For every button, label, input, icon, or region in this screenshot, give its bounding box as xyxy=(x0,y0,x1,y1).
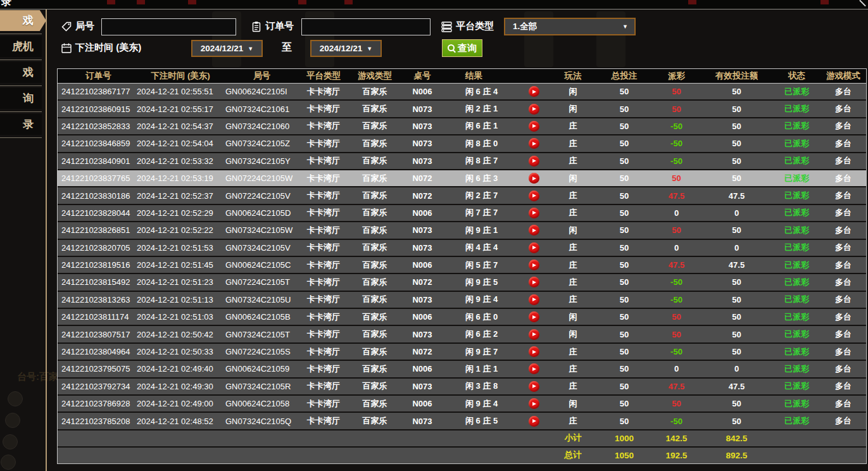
play-button[interactable] xyxy=(517,277,550,287)
play-video-button[interactable] xyxy=(529,329,539,340)
play-video-button[interactable] xyxy=(529,260,539,270)
table-row[interactable]: 2412210238075172024-12-21 02:50:42GN0732… xyxy=(58,326,866,343)
valid-bet-cell: 0 xyxy=(700,208,773,218)
column-header: 下注时间 (美东) xyxy=(135,70,224,82)
table-row[interactable]: 2412210238132632024-12-21 02:51:13GN0732… xyxy=(58,292,866,309)
table-row[interactable]: 2412210238280442024-12-21 02:52:29GN0062… xyxy=(58,205,866,222)
play-video-button[interactable] xyxy=(529,156,539,166)
play-video-button[interactable] xyxy=(529,311,539,322)
bet-side-cell: 庄 xyxy=(550,346,596,358)
sidebar-item[interactable]: 戏 xyxy=(0,10,46,31)
play-video-button[interactable] xyxy=(529,173,539,184)
table-no-cell: N006 xyxy=(401,260,444,270)
table-no-cell: N006 xyxy=(401,87,444,96)
play-button[interactable] xyxy=(517,416,550,427)
play-video-button[interactable] xyxy=(529,346,539,357)
payout-cell: 0 xyxy=(653,364,700,374)
play-video-button[interactable] xyxy=(529,277,539,287)
sidebar-item-label: 询 xyxy=(23,91,34,106)
sidebar-item-label: 戏 xyxy=(23,65,34,80)
play-button[interactable] xyxy=(517,138,550,149)
play-button[interactable] xyxy=(517,242,550,253)
valid-bet-cell: 50 xyxy=(700,122,773,131)
table-row[interactable]: 2412210238154922024-12-21 02:51:23GN0722… xyxy=(58,274,866,291)
play-video-button[interactable] xyxy=(529,138,539,149)
table-row[interactable]: 2412210237852082024-12-21 02:48:52GN0732… xyxy=(58,413,866,430)
play-video-button[interactable] xyxy=(529,381,539,392)
play-button[interactable] xyxy=(517,381,550,392)
sidebar-item[interactable]: 虎机 xyxy=(0,36,42,57)
bet-side-cell: 庄 xyxy=(550,120,596,132)
sidebar-item[interactable]: 询 xyxy=(0,88,42,109)
play-video-button[interactable] xyxy=(529,363,539,374)
table-row[interactable]: 2412210238268512024-12-21 02:52:22GN0732… xyxy=(58,222,866,239)
play-video-button[interactable] xyxy=(529,86,539,97)
play-button[interactable] xyxy=(517,191,550,201)
calendar-icon xyxy=(61,42,72,54)
play-button[interactable] xyxy=(517,311,550,322)
play-button[interactable] xyxy=(517,260,550,270)
sidebar-item[interactable]: 录 xyxy=(0,114,42,135)
game-type-cell: 百家乐 xyxy=(349,173,401,184)
table-row[interactable]: 2412210238049642024-12-21 02:50:33GN0722… xyxy=(58,344,866,361)
table-row[interactable]: 2412210238468592024-12-21 02:54:04GN0732… xyxy=(58,135,866,153)
table-row[interactable]: 2412210238377652024-12-21 02:53:19GN0722… xyxy=(58,170,866,187)
play-button[interactable] xyxy=(517,208,550,218)
round-number-input[interactable] xyxy=(101,18,236,35)
search-button[interactable]: 查询 xyxy=(442,39,482,57)
table-row[interactable]: 2412210238409012024-12-21 02:53:32GN0732… xyxy=(58,153,866,170)
result-cell: 闲 9 庄 4 xyxy=(444,294,517,305)
play-button[interactable] xyxy=(517,294,550,305)
play-video-button[interactable] xyxy=(529,294,539,305)
platform-cell: 卡卡湾厅 xyxy=(298,380,349,392)
table-row[interactable]: 2412210238195162024-12-21 02:51:45GN0062… xyxy=(58,257,866,274)
table-row[interactable]: 2412210238528332024-12-21 02:54:37GN0732… xyxy=(58,118,866,135)
play-button[interactable] xyxy=(517,156,550,166)
play-button[interactable] xyxy=(517,173,550,184)
table-row[interactable]: 2412210238111742024-12-21 02:51:03GN0062… xyxy=(58,309,866,326)
top-strip: 录 xyxy=(0,0,868,9)
column-header: 游戏类型 xyxy=(349,70,401,82)
play-button[interactable] xyxy=(517,104,550,115)
table-row[interactable]: 2412210238671772024-12-21 02:55:51GN0062… xyxy=(58,84,866,101)
filter-bar: 局号 订单号 平台类型 1.全部 ▼ xyxy=(57,10,868,68)
total-bet-cell: 50 xyxy=(596,295,653,305)
round-number-group: 局号 xyxy=(61,20,94,32)
play-button[interactable] xyxy=(517,86,550,97)
table-no-cell: N073 xyxy=(401,104,444,114)
play-button[interactable] xyxy=(517,363,550,374)
sidebar-item-divider xyxy=(0,111,42,112)
table-row[interactable]: 2412210237950752024-12-21 02:49:40GN0062… xyxy=(58,361,866,378)
platform-type-select[interactable]: 1.全部 ▼ xyxy=(504,18,636,35)
order-number-input[interactable] xyxy=(301,18,431,35)
status-cell: 已派彩 xyxy=(773,242,821,253)
sidebar-item[interactable]: 戏 xyxy=(0,62,42,83)
play-button[interactable] xyxy=(517,346,550,357)
close-icon[interactable] xyxy=(859,0,866,6)
play-button[interactable] xyxy=(517,329,550,340)
valid-bet-cell: 50 xyxy=(700,87,773,96)
date-to-select[interactable]: 2024/12/21 ▼ xyxy=(310,40,382,57)
play-button[interactable] xyxy=(517,121,550,132)
play-button[interactable] xyxy=(517,398,550,409)
play-video-button[interactable] xyxy=(529,242,539,253)
bet-side-cell: 庄 xyxy=(550,415,596,427)
table-row[interactable]: 2412210238301862024-12-21 02:52:37GN0722… xyxy=(58,187,866,204)
play-button[interactable] xyxy=(517,225,550,236)
date-from-select[interactable]: 2024/12/21 ▼ xyxy=(191,40,263,57)
column-header: 订单号 xyxy=(58,70,135,82)
play-video-button[interactable] xyxy=(529,104,539,115)
table-row[interactable]: 2412210238207052024-12-21 02:51:53GN0732… xyxy=(58,240,866,257)
table-row[interactable]: 2412210237927342024-12-21 02:49:30GN0732… xyxy=(58,379,866,396)
table-row[interactable]: 2412210237869282024-12-21 02:49:00GN0062… xyxy=(58,396,866,413)
play-video-button[interactable] xyxy=(529,225,539,236)
subtotal-valid-bet: 842.5 xyxy=(700,434,773,443)
play-video-button[interactable] xyxy=(529,208,539,218)
play-video-button[interactable] xyxy=(529,121,539,132)
play-video-button[interactable] xyxy=(529,416,539,427)
play-video-button[interactable] xyxy=(529,398,539,409)
table-row[interactable]: 2412210238609152024-12-21 02:55:17GN0732… xyxy=(58,101,866,118)
order-id-cell: 241221023819516 xyxy=(58,260,135,270)
play-video-button[interactable] xyxy=(529,191,539,201)
total-bet-cell: 50 xyxy=(596,330,653,339)
